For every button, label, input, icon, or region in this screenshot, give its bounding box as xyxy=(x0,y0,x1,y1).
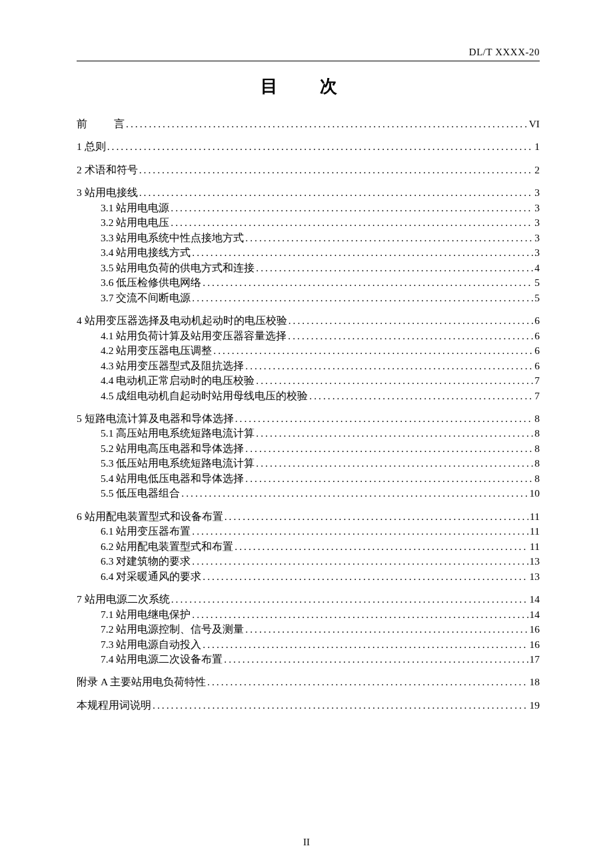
toc-entry: 5.2 站用电高压电器和导体选择 8 xyxy=(77,441,540,456)
toc-entry-label: 4 站用变压器选择及电动机起动时的电压校验 xyxy=(77,313,287,328)
toc-entry-page: 1 xyxy=(533,139,540,154)
toc-entry-page: 5 xyxy=(533,275,540,290)
toc-dot-leader xyxy=(308,389,533,403)
toc-entry-page: 5 xyxy=(533,291,540,305)
toc-entry: 2 术语和符号 2 xyxy=(77,163,540,177)
toc-entry-label: 3.3 站用电系统中性点接地方式 xyxy=(101,231,244,245)
toc-entry-label: 6.3 对建筑物的要求 xyxy=(101,554,191,569)
toc-entry-page: 17 xyxy=(528,652,540,667)
toc-entry-label: 3.7 交流不间断电源 xyxy=(101,291,191,305)
toc-entry-label: 5.2 站用电高压电器和导体选择 xyxy=(101,441,244,456)
toc-dot-leader xyxy=(191,245,533,260)
toc-entry-label: 3.1 站用电电源 xyxy=(101,201,169,215)
toc-dot-leader xyxy=(138,163,534,177)
toc-entry: 3.1 站用电电源 3 xyxy=(77,201,540,215)
toc-entry-label: 7.2 站用电源控制、信号及测量 xyxy=(101,622,244,637)
toc-block: 附录 A 主要站用电负荷特性 18 xyxy=(77,675,540,689)
page-number-footer: II xyxy=(0,837,613,848)
toc-dot-leader xyxy=(244,471,533,486)
toc-dot-leader xyxy=(191,291,533,305)
toc-entry: 7.4 站用电源二次设备布置 17 xyxy=(77,652,540,667)
toc-dot-leader xyxy=(287,313,534,328)
toc-entry: 6.2 站用配电装置型式和布置 11 xyxy=(77,539,540,554)
toc-entry-label: 7.4 站用电源二次设备布置 xyxy=(101,652,223,667)
toc-entry: 3.7 交流不间断电源 5 xyxy=(77,291,540,305)
toc-entry: 1 总则 1 xyxy=(77,139,540,154)
toc-entry-page: 19 xyxy=(528,698,540,713)
doc-header: DL/T XXXX-20 xyxy=(77,47,540,58)
toc-dot-leader xyxy=(255,426,533,441)
toc-entry-page: 13 xyxy=(528,554,540,569)
toc-entry-label: 6.1 站用变压器布置 xyxy=(101,524,191,539)
toc-entry-label: 5 短路电流计算及电器和导体选择 xyxy=(77,411,234,426)
toc-entry-label: 本规程用词说明 xyxy=(77,698,151,713)
toc-entry: 4.3 站用变压器型式及阻抗选择 6 xyxy=(77,359,540,373)
toc-entry-label: 5.4 站用电低压电器和导体选择 xyxy=(101,471,244,486)
toc-entry: 4.4 电动机正常启动时的电压校验 7 xyxy=(77,373,540,388)
toc-dot-leader xyxy=(244,441,533,456)
toc-entry-page: 3 xyxy=(533,215,540,230)
toc-entry-page: 8 xyxy=(533,471,540,486)
toc-entry-page: 3 xyxy=(533,185,540,200)
toc-entry: 5.1 高压站用电系统短路电流计算 8 xyxy=(77,426,540,441)
toc-entry-page: 14 xyxy=(528,592,540,607)
toc-entry-label: 3 站用电接线 xyxy=(77,185,138,200)
toc-entry: 3.2 站用电电压 3 xyxy=(77,215,540,230)
toc-entry-label: 5.1 高压站用电系统短路电流计算 xyxy=(101,426,255,441)
toc-dot-leader xyxy=(125,117,528,131)
toc-entry-label: 3.6 低压检修供电网络 xyxy=(101,275,201,290)
toc-entry-page: VI xyxy=(528,117,540,131)
toc-entry-page: 16 xyxy=(528,637,540,652)
toc-block: 7 站用电源二次系统 147.1 站用电继电保护 147.2 站用电源控制、信号… xyxy=(77,592,540,667)
toc-dot-leader xyxy=(234,411,534,426)
toc-entry: 6.1 站用变压器布置 11 xyxy=(77,524,540,539)
toc-dot-leader xyxy=(255,261,533,275)
toc-entry-page: 6 xyxy=(533,329,540,343)
toc-entry-label: 7.1 站用电继电保护 xyxy=(101,607,191,622)
toc-dot-leader xyxy=(255,373,533,388)
toc-entry: 3.6 低压检修供电网络 5 xyxy=(77,275,540,290)
toc-block: 6 站用配电装置型式和设备布置 116.1 站用变压器布置 116.2 站用配电… xyxy=(77,509,540,584)
toc-entry: 4 站用变压器选择及电动机起动时的电压校验 6 xyxy=(77,313,540,328)
toc-entry: 4.5 成组电动机自起动时站用母线电压的校验 7 xyxy=(77,389,540,403)
toc-entry-page: 8 xyxy=(533,456,540,471)
toc-entry-label: 6.2 站用配电装置型式和布置 xyxy=(101,539,233,554)
toc-entry: 5.3 低压站用电系统短路电流计算 8 xyxy=(77,456,540,471)
toc-entry-page: 8 xyxy=(533,411,540,426)
toc-entry-page: 13 xyxy=(528,569,540,584)
toc-entry: 7 站用电源二次系统 14 xyxy=(77,592,540,607)
toc-dot-leader xyxy=(191,554,528,569)
toc-entry-page: 3 xyxy=(533,201,540,215)
toc-entry: 5.4 站用电低压电器和导体选择 8 xyxy=(77,471,540,486)
toc-entry-page: 6 xyxy=(533,359,540,373)
toc-dot-leader xyxy=(138,185,534,200)
toc-dot-leader xyxy=(201,637,528,652)
toc-block: 3 站用电接线 33.1 站用电电源 33.2 站用电电压 33.3 站用电系统… xyxy=(77,185,540,305)
toc-dot-leader xyxy=(244,359,533,373)
toc-entry: 前言 VI xyxy=(77,117,540,131)
toc-entry-page: 3 xyxy=(533,245,540,260)
header-rule xyxy=(77,61,540,61)
toc-entry-page: 3 xyxy=(533,231,540,245)
toc-dot-leader xyxy=(244,231,533,245)
toc-entry-page: 11 xyxy=(528,509,540,524)
toc-entry-label: 7.3 站用电源自动投入 xyxy=(101,637,201,652)
toc-entry-label: 2 术语和符号 xyxy=(77,163,138,177)
toc-entry: 5.5 低压电器组合 10 xyxy=(77,486,540,501)
toc-dot-leader xyxy=(151,698,528,713)
toc-entry-page: 11 xyxy=(528,524,540,539)
toc-entry: 7.2 站用电源控制、信号及测量 16 xyxy=(77,622,540,637)
toc-entry-label: 3.4 站用电接线方式 xyxy=(101,245,191,260)
toc-entry: 附录 A 主要站用电负荷特性 18 xyxy=(77,675,540,689)
toc-dot-leader xyxy=(169,215,533,230)
toc-dot-leader xyxy=(191,607,528,622)
toc-dot-leader xyxy=(201,275,533,290)
toc-dot-leader xyxy=(223,652,528,667)
toc-entry-label: 7 站用电源二次系统 xyxy=(77,592,170,607)
toc-entry-page: 18 xyxy=(528,675,540,689)
toc-dot-leader xyxy=(255,456,533,471)
table-of-contents: 前言 VI1 总则 12 术语和符号 23 站用电接线 33.1 站用电电源 3… xyxy=(77,117,540,713)
toc-block: 5 短路电流计算及电器和导体选择 85.1 高压站用电系统短路电流计算 85.2… xyxy=(77,411,540,501)
toc-entry-label: 4.5 成组电动机自起动时站用母线电压的校验 xyxy=(101,389,308,403)
toc-entry: 4.2 站用变压器电压调整 6 xyxy=(77,343,540,358)
